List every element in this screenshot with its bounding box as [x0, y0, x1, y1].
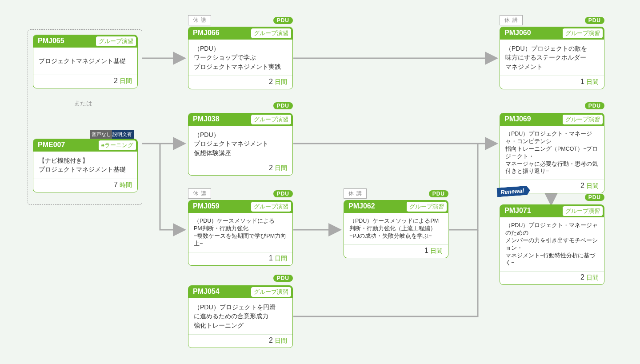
course-title: （PDU）ケースメソッドによる PM判断・行動力強化 −複数ケースを短期間で学び…	[188, 213, 292, 252]
card-pmj069[interactable]: PMJ069 グループ演習 （PDU）プロジェクト・マネージャ・コンピテンシ 指…	[500, 113, 604, 193]
badge-row-pmj071: PDU	[500, 194, 604, 201]
pdu-badge: PDU	[585, 194, 604, 201]
pdu-badge: PDU	[429, 190, 448, 197]
badge-row-pmj062: 休講 PDU	[344, 188, 448, 199]
course-tag: グループ演習	[96, 36, 136, 47]
card-pmj038[interactable]: PMJ038 グループ演習 （PDU） プロジェクトマネジメント 仮想体験講座 …	[188, 113, 293, 176]
card-pme007[interactable]: PME007 eラーニング 【ナビ機能付き】 プロジェクトマネジメント基礎 7時…	[33, 139, 138, 192]
or-label: または	[74, 100, 92, 108]
badge-row-pmj060: 休講 PDU	[500, 15, 604, 25]
course-code: PMJ054	[188, 286, 251, 298]
course-code: PME007	[33, 139, 98, 152]
card-pmj062[interactable]: PMJ062 グループ演習 （PDU）ケースメソッドによるPM 判断・行動力強化…	[344, 200, 448, 258]
card-pmj071[interactable]: PMJ071 グループ演習 （PDU）プロジェクト・マネージャのための メンバー…	[500, 204, 604, 285]
audio-badge: 音声なし 説明文有	[90, 130, 134, 139]
course-title: プロジェクトマネジメント基礎	[33, 48, 137, 75]
course-code: PMJ071	[500, 205, 562, 217]
course-tag: グループ演習	[251, 201, 292, 212]
badge-row-pmj059: 休講 PDU	[188, 188, 293, 199]
card-pmj059[interactable]: PMJ059 グループ演習 （PDU）ケースメソッドによる PM判断・行動力強化…	[188, 200, 293, 266]
course-code: PMJ038	[188, 113, 251, 126]
course-title: （PDU） ワークショップで学ぶ プロジェクトマネジメント実践	[188, 40, 292, 76]
course-code: PMJ066	[188, 27, 251, 40]
pdu-badge: PDU	[273, 190, 293, 197]
course-tag: グループ演習	[562, 114, 603, 125]
pdu-badge: PDU	[585, 17, 604, 24]
suspended-badge: 休講	[188, 188, 211, 199]
course-code: PMJ059	[188, 200, 251, 213]
course-title: （PDU）プロジェクトの敵を 味方にするステークホルダー マネジメント	[500, 40, 604, 76]
course-tag: グループ演習	[251, 114, 292, 125]
badge-row-pmj066: 休講 PDU	[188, 15, 293, 25]
suspended-badge: 休講	[500, 15, 523, 25]
suspended-badge: 休講	[188, 15, 211, 25]
course-tag: グループ演習	[562, 28, 603, 39]
course-tag: グループ演習	[251, 28, 292, 39]
course-tag: eラーニング	[98, 140, 136, 151]
course-code: PMJ069	[500, 113, 562, 126]
course-title: （PDU）ケースメソッドによるPM 判断・行動力強化（上流工程編） −PJの成功…	[344, 213, 448, 245]
pdu-badge: PDU	[585, 102, 604, 109]
course-code: PMJ062	[344, 200, 406, 213]
pdu-badge: PDU	[273, 17, 293, 24]
pdu-badge: PDU	[273, 102, 293, 109]
course-code: PMJ065	[33, 35, 96, 48]
badge-row-pmj038: PDU	[188, 102, 293, 109]
course-tag: グループ演習	[406, 201, 447, 212]
course-tag: グループ演習	[251, 287, 292, 297]
badge-row-pmj054: PDU	[188, 275, 293, 282]
suspended-badge: 休講	[344, 188, 367, 199]
course-title: （PDU）プロジェクトを円滑 に進めるための合意形成力 強化トレーニング	[188, 298, 292, 335]
card-pmj060[interactable]: PMJ060 グループ演習 （PDU）プロジェクトの敵を 味方にするステークホル…	[500, 27, 604, 89]
course-title: 【ナビ機能付き】 プロジェクトマネジメント基礎	[33, 152, 137, 179]
course-title: （PDU）プロジェクト・マネージャのための メンバーの力を引き出すモチベーション…	[500, 217, 604, 272]
course-title: （PDU） プロジェクトマネジメント 仮想体験講座	[188, 126, 292, 162]
card-pmj054[interactable]: PMJ054 グループ演習 （PDU）プロジェクトを円滑 に進めるための合意形成…	[188, 285, 293, 348]
card-pmj066[interactable]: PMJ066 グループ演習 （PDU） ワークショップで学ぶ プロジェクトマネジ…	[188, 27, 293, 89]
badge-row-pmj069: PDU	[500, 102, 604, 109]
course-tag: グループ演習	[562, 206, 603, 216]
course-title: （PDU）プロジェクト・マネージャ・コンピテンシ 指向トレーニング（PMCOT）…	[500, 126, 604, 180]
course-code: PMJ060	[500, 27, 562, 40]
card-pmj065[interactable]: PMJ065 グループ演習 プロジェクトマネジメント基礎 2日間	[33, 35, 138, 88]
pdu-badge: PDU	[273, 275, 293, 282]
